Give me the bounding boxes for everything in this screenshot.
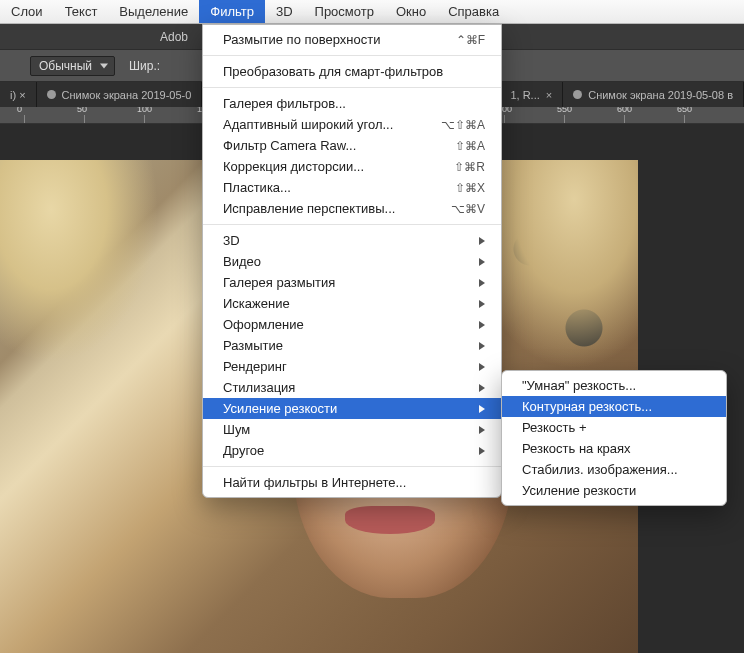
menu-item-label: Шум: [223, 422, 250, 437]
menu-selection[interactable]: Выделение: [108, 0, 199, 23]
chevron-right-icon: [479, 342, 485, 350]
blend-mode-select[interactable]: Обычный: [30, 56, 115, 76]
menu-item-last-filter[interactable]: Размытие по поверхности ⌃⌘F: [203, 29, 501, 50]
menu-item-label: Искажение: [223, 296, 290, 311]
menu-item-liquify[interactable]: Пластика... ⇧⌘X: [203, 177, 501, 198]
menu-item-label: Видео: [223, 254, 261, 269]
shortcut-label: ⌥⌘V: [451, 202, 485, 216]
chevron-right-icon: [479, 237, 485, 245]
menu-item-distort[interactable]: Искажение: [203, 293, 501, 314]
submenu-item-sharpen[interactable]: Усиление резкости: [502, 480, 726, 501]
menu-item-label: Галерея размытия: [223, 275, 335, 290]
menu-help[interactable]: Справка: [437, 0, 510, 23]
menu-item-noise[interactable]: Шум: [203, 419, 501, 440]
menu-item-blur[interactable]: Размытие: [203, 335, 501, 356]
menu-filter[interactable]: Фильтр: [199, 0, 265, 23]
menu-item-label: Рендеринг: [223, 359, 287, 374]
menu-item-label: Размытие: [223, 338, 283, 353]
submenu-item-smart-sharpen[interactable]: "Умная" резкость...: [502, 375, 726, 396]
tab-label: Снимок экрана 2019-05-0: [62, 89, 192, 101]
menu-text[interactable]: Текст: [54, 0, 109, 23]
ruler-tick: [684, 115, 744, 123]
submenu-item-shake-reduction[interactable]: Стабилиз. изображения...: [502, 459, 726, 480]
menu-separator: [203, 55, 501, 56]
chevron-right-icon: [479, 447, 485, 455]
chevron-right-icon: [479, 384, 485, 392]
tab-label: Снимок экрана 2019-05-08 в: [588, 89, 733, 101]
tab-1[interactable]: Снимок экрана 2019-05-0: [37, 82, 203, 107]
filter-menu-dropdown: Размытие по поверхности ⌃⌘F Преобразоват…: [202, 24, 502, 498]
menu-item-blur-gallery[interactable]: Галерея размытия: [203, 272, 501, 293]
menu-item-label: Адаптивный широкий угол...: [223, 117, 393, 132]
menu-item-label: Размытие по поверхности: [223, 32, 380, 47]
submenu-item-sharpen-edges[interactable]: Резкость на краях: [502, 438, 726, 459]
chevron-right-icon: [479, 426, 485, 434]
tab-label: i) ×: [10, 89, 26, 101]
menu-separator: [203, 224, 501, 225]
menu-item-label: 3D: [223, 233, 240, 248]
width-label: Шир.:: [129, 59, 160, 73]
menu-item-pixelate[interactable]: Оформление: [203, 314, 501, 335]
menu-item-lens-correction[interactable]: Коррекция дисторсии... ⇧⌘R: [203, 156, 501, 177]
chevron-right-icon: [479, 363, 485, 371]
menu-item-render[interactable]: Рендеринг: [203, 356, 501, 377]
app-menubar: Слои Текст Выделение Фильтр 3D Просмотр …: [0, 0, 744, 24]
menu-item-convert-smart[interactable]: Преобразовать для смарт-фильтров: [203, 61, 501, 82]
chevron-right-icon: [479, 279, 485, 287]
chevron-right-icon: [479, 300, 485, 308]
chevron-right-icon: [479, 405, 485, 413]
menu-separator: [203, 87, 501, 88]
tab-label: 1, R...: [510, 89, 539, 101]
shortcut-label: ⇧⌘A: [455, 139, 485, 153]
close-icon[interactable]: [47, 90, 56, 99]
shortcut-label: ⇧⌘X: [455, 181, 485, 195]
ruler-tick: [84, 115, 144, 123]
menu-item-filter-gallery[interactable]: Галерея фильтров...: [203, 93, 501, 114]
ruler-tick: [504, 115, 564, 123]
menu-item-label: Преобразовать для смарт-фильтров: [223, 64, 443, 79]
submenu-item-unsharp-mask[interactable]: Контурная резкость...: [502, 396, 726, 417]
ruler-tick: [624, 115, 684, 123]
menu-item-sharpen[interactable]: Усиление резкости: [203, 398, 501, 419]
menu-item-3d[interactable]: 3D: [203, 230, 501, 251]
menu-item-camera-raw[interactable]: Фильтр Camera Raw... ⇧⌘A: [203, 135, 501, 156]
app-name-fragment: Adob: [160, 30, 188, 44]
menu-item-label: Галерея фильтров...: [223, 96, 346, 111]
tab-3[interactable]: Снимок экрана 2019-05-08 в: [563, 82, 744, 107]
menu-layers[interactable]: Слои: [0, 0, 54, 23]
menu-item-label: Стилизация: [223, 380, 295, 395]
shortcut-label: ⌥⇧⌘A: [441, 118, 485, 132]
tab-2[interactable]: 1, R... ×: [500, 82, 563, 107]
menu-item-stylize[interactable]: Стилизация: [203, 377, 501, 398]
ruler-tick: [144, 115, 204, 123]
shortcut-label: ⌃⌘F: [456, 33, 485, 47]
menu-item-label: Фильтр Camera Raw...: [223, 138, 356, 153]
menu-window[interactable]: Окно: [385, 0, 437, 23]
menu-item-label: Пластика...: [223, 180, 291, 195]
ruler-tick: [564, 115, 624, 123]
menu-item-vanishing-point[interactable]: Исправление перспективы... ⌥⌘V: [203, 198, 501, 219]
close-icon[interactable]: ×: [546, 89, 552, 101]
menu-item-label: Исправление перспективы...: [223, 201, 395, 216]
submenu-item-sharpen-more[interactable]: Резкость +: [502, 417, 726, 438]
shortcut-label: ⇧⌘R: [454, 160, 485, 174]
tab-0[interactable]: i) ×: [0, 82, 37, 107]
menu-3d[interactable]: 3D: [265, 0, 304, 23]
ruler-tick: [24, 115, 84, 123]
menu-item-label: Оформление: [223, 317, 304, 332]
chevron-right-icon: [479, 321, 485, 329]
menu-item-adaptive-wide-angle[interactable]: Адаптивный широкий угол... ⌥⇧⌘A: [203, 114, 501, 135]
menu-view[interactable]: Просмотр: [304, 0, 385, 23]
close-icon[interactable]: [573, 90, 582, 99]
menu-item-browse-filters[interactable]: Найти фильтры в Интернете...: [203, 472, 501, 493]
menu-item-label: Найти фильтры в Интернете...: [223, 475, 406, 490]
menu-item-label: Коррекция дисторсии...: [223, 159, 364, 174]
menu-separator: [203, 466, 501, 467]
menu-item-video[interactable]: Видео: [203, 251, 501, 272]
chevron-right-icon: [479, 258, 485, 266]
sharpen-submenu: "Умная" резкость... Контурная резкость..…: [501, 370, 727, 506]
menu-item-other[interactable]: Другое: [203, 440, 501, 461]
menu-item-label: Усиление резкости: [223, 401, 337, 416]
menu-item-label: Другое: [223, 443, 264, 458]
